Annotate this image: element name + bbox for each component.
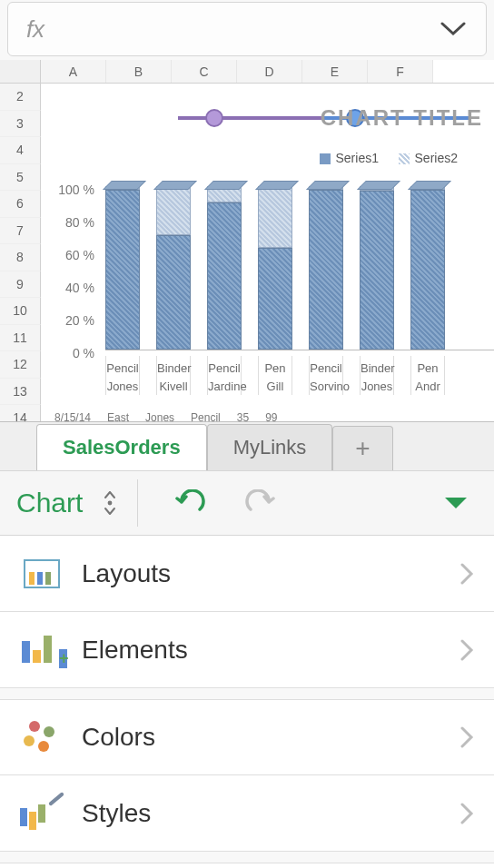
menu-item-colors[interactable]: Colors [0, 699, 494, 775]
x-category: PenGill [258, 356, 292, 395]
row-header[interactable]: 4 [0, 137, 41, 164]
colors-icon [20, 719, 64, 755]
x-category: BinderKivell [156, 356, 191, 395]
styles-icon [20, 795, 64, 832]
chart-y-axis: 100 % 80 % 60 % 40 % 20 % 0 % [49, 182, 94, 379]
row-header[interactable]: 8 [0, 244, 41, 271]
y-tick: 20 % [49, 313, 94, 346]
chevron-right-icon [459, 562, 474, 586]
select-all-corner[interactable] [0, 60, 41, 83]
col-header[interactable]: C [172, 60, 237, 83]
toolbar-collapse-icon[interactable] [443, 495, 494, 511]
fx-label: fx [8, 15, 63, 44]
row-header[interactable]: 5 [0, 164, 41, 192]
row-header[interactable]: 2 [0, 84, 41, 111]
chevron-right-icon [459, 802, 474, 825]
legend-label: Series2 [415, 151, 458, 165]
formula-bar: fx [7, 2, 487, 56]
col-header[interactable]: E [302, 60, 368, 83]
col-header[interactable]: F [368, 60, 433, 83]
toolbar-mode-label[interactable]: Chart [0, 488, 83, 518]
chart-bar [105, 186, 140, 350]
add-sheet-button[interactable]: + [332, 426, 392, 470]
x-category: PencilJones [105, 356, 140, 395]
x-category: PencilSorvino [309, 356, 343, 395]
menu-item-styles[interactable]: Styles [0, 775, 494, 852]
legend-swatch-s2 [399, 153, 410, 164]
cell-peek: 8/15/14 [54, 411, 91, 424]
row-header[interactable]: 3 [0, 111, 41, 138]
row-header[interactable]: 9 [0, 271, 41, 299]
chart-bar [360, 186, 394, 350]
spreadsheet-area: A B C D E F 2 3 4 5 6 7 8 9 10 11 12 13 … [0, 60, 494, 423]
row-header[interactable]: 7 [0, 218, 41, 245]
y-tick: 100 % [49, 182, 94, 215]
x-category: PenAndr [410, 356, 445, 395]
svg-point-0 [108, 501, 113, 506]
chart-bar [207, 186, 242, 350]
embedded-chart[interactable]: CHART TITLE Series1 Series2 100 % 80 % 6… [42, 87, 494, 432]
chart-options-menu: Layouts + Elements Colors Styles Switch [0, 536, 494, 868]
chart-bar [258, 186, 292, 350]
context-toolbar: Chart [0, 470, 494, 536]
chart-x-labels: PencilJonesBinderKivellPencilJardinePenG… [105, 356, 494, 395]
row-headers: 2 3 4 5 6 7 8 9 10 11 12 13 14 [0, 84, 41, 432]
menu-item-layouts[interactable]: Layouts [0, 536, 494, 612]
cell-peek: 35 [237, 411, 249, 424]
menu-label: Elements [82, 636, 188, 665]
col-header[interactable]: A [41, 60, 106, 83]
redo-button[interactable] [225, 489, 294, 517]
row-header[interactable]: 6 [0, 191, 41, 218]
mode-switch-icon[interactable] [101, 489, 119, 517]
col-header[interactable]: D [237, 60, 302, 83]
y-tick: 0 % [49, 346, 94, 379]
chart-bar [309, 186, 343, 350]
grid-peek-row: 8/15/14 East Jones Pencil 35 99 [54, 411, 278, 424]
cell-peek: East [107, 411, 129, 424]
sheet-tab-mylinks[interactable]: MyLinks [207, 424, 333, 470]
cell-peek: Jones [145, 411, 174, 424]
chevron-right-icon [459, 638, 474, 662]
slider-handle-left[interactable] [205, 109, 223, 127]
y-tick: 80 % [49, 215, 94, 248]
x-category: PencilJardine [207, 356, 242, 395]
row-header[interactable]: 10 [0, 298, 41, 325]
chart-legend: Series1 Series2 [314, 151, 459, 165]
legend-swatch-s1 [320, 153, 331, 164]
elements-icon: + [20, 632, 64, 668]
cell-peek: 99 [265, 411, 277, 424]
legend-label: Series1 [336, 151, 379, 165]
row-header[interactable]: 11 [0, 325, 41, 352]
layouts-icon [20, 556, 64, 592]
sheet-tab-bar: 8/15/14 East Jones Pencil 35 99 SalesOrd… [0, 421, 494, 470]
chevron-right-icon [459, 725, 474, 749]
menu-label: Colors [82, 723, 155, 752]
row-header[interactable]: 13 [0, 379, 41, 406]
y-tick: 40 % [49, 281, 94, 313]
sheet-tab-salesorders[interactable]: SalesOrders [36, 424, 207, 470]
menu-item-elements[interactable]: + Elements [0, 612, 494, 688]
row-header[interactable]: 12 [0, 351, 41, 379]
chart-bar [156, 186, 191, 350]
menu-item-switch[interactable]: Switch [0, 863, 494, 868]
menu-label: Layouts [82, 559, 171, 588]
column-headers: A B C D E F [0, 60, 494, 84]
cell-peek: Pencil [191, 411, 221, 424]
chart-bar [410, 186, 445, 350]
formula-expand-icon[interactable] [440, 22, 486, 36]
y-tick: 60 % [49, 248, 94, 281]
col-header[interactable]: B [106, 60, 172, 83]
chart-bars [105, 187, 494, 350]
chart-title: CHART TITLE [321, 105, 483, 131]
undo-button[interactable] [156, 489, 225, 517]
menu-label: Styles [82, 799, 151, 828]
x-category: BinderJones [360, 356, 394, 395]
